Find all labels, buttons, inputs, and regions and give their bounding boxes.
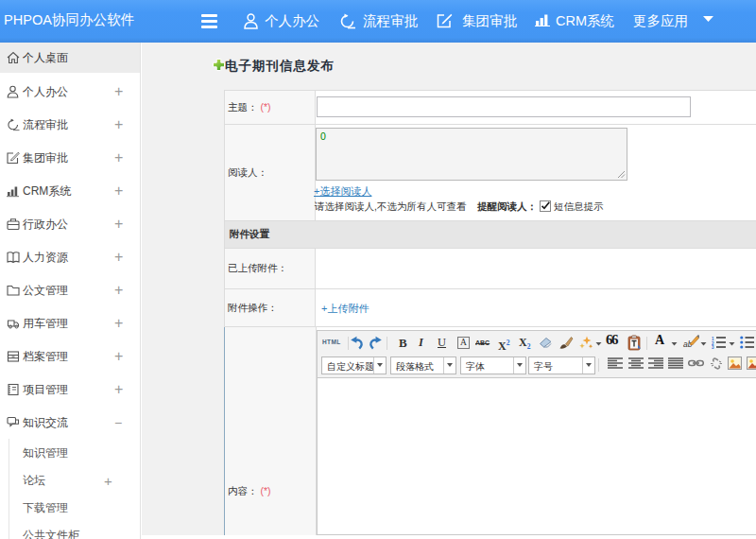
svg-text:3: 3: [712, 345, 714, 349]
